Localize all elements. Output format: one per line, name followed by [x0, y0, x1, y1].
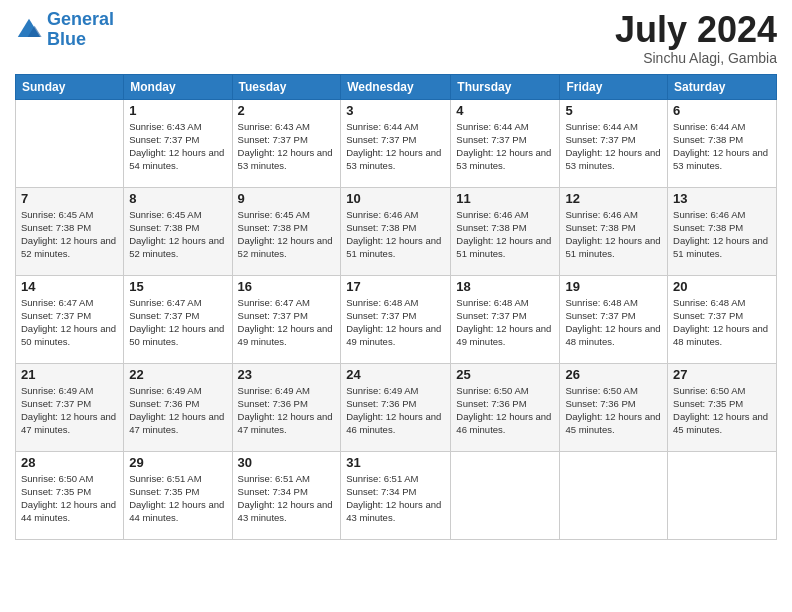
day-info: Sunrise: 6:48 AMSunset: 7:37 PMDaylight:… [673, 296, 771, 349]
day-number: 5 [565, 103, 662, 118]
day-cell: 8Sunrise: 6:45 AMSunset: 7:38 PMDaylight… [124, 187, 232, 275]
header: General Blue July 2024 Sinchu Alagi, Gam… [15, 10, 777, 66]
day-cell: 15Sunrise: 6:47 AMSunset: 7:37 PMDayligh… [124, 275, 232, 363]
day-header-thursday: Thursday [451, 74, 560, 99]
day-number: 23 [238, 367, 336, 382]
day-header-wednesday: Wednesday [341, 74, 451, 99]
day-cell: 5Sunrise: 6:44 AMSunset: 7:37 PMDaylight… [560, 99, 668, 187]
logo: General Blue [15, 10, 114, 50]
day-info: Sunrise: 6:47 AMSunset: 7:37 PMDaylight:… [129, 296, 226, 349]
day-cell: 23Sunrise: 6:49 AMSunset: 7:36 PMDayligh… [232, 363, 341, 451]
month-year: July 2024 [615, 10, 777, 50]
page: General Blue July 2024 Sinchu Alagi, Gam… [0, 0, 792, 612]
week-row-3: 14Sunrise: 6:47 AMSunset: 7:37 PMDayligh… [16, 275, 777, 363]
day-info: Sunrise: 6:47 AMSunset: 7:37 PMDaylight:… [21, 296, 118, 349]
day-info: Sunrise: 6:50 AMSunset: 7:36 PMDaylight:… [456, 384, 554, 437]
day-number: 13 [673, 191, 771, 206]
day-number: 6 [673, 103, 771, 118]
day-info: Sunrise: 6:45 AMSunset: 7:38 PMDaylight:… [21, 208, 118, 261]
week-row-1: 1Sunrise: 6:43 AMSunset: 7:37 PMDaylight… [16, 99, 777, 187]
day-number: 27 [673, 367, 771, 382]
day-number: 31 [346, 455, 445, 470]
day-cell: 28Sunrise: 6:50 AMSunset: 7:35 PMDayligh… [16, 451, 124, 539]
day-number: 19 [565, 279, 662, 294]
location: Sinchu Alagi, Gambia [615, 50, 777, 66]
day-cell: 29Sunrise: 6:51 AMSunset: 7:35 PMDayligh… [124, 451, 232, 539]
day-cell [451, 451, 560, 539]
day-info: Sunrise: 6:44 AMSunset: 7:37 PMDaylight:… [565, 120, 662, 173]
day-cell: 10Sunrise: 6:46 AMSunset: 7:38 PMDayligh… [341, 187, 451, 275]
day-number: 15 [129, 279, 226, 294]
day-cell: 20Sunrise: 6:48 AMSunset: 7:37 PMDayligh… [668, 275, 777, 363]
week-row-2: 7Sunrise: 6:45 AMSunset: 7:38 PMDaylight… [16, 187, 777, 275]
day-cell: 18Sunrise: 6:48 AMSunset: 7:37 PMDayligh… [451, 275, 560, 363]
day-info: Sunrise: 6:46 AMSunset: 7:38 PMDaylight:… [673, 208, 771, 261]
day-cell: 30Sunrise: 6:51 AMSunset: 7:34 PMDayligh… [232, 451, 341, 539]
day-number: 26 [565, 367, 662, 382]
day-info: Sunrise: 6:47 AMSunset: 7:37 PMDaylight:… [238, 296, 336, 349]
week-row-5: 28Sunrise: 6:50 AMSunset: 7:35 PMDayligh… [16, 451, 777, 539]
day-cell: 25Sunrise: 6:50 AMSunset: 7:36 PMDayligh… [451, 363, 560, 451]
day-cell: 26Sunrise: 6:50 AMSunset: 7:36 PMDayligh… [560, 363, 668, 451]
day-info: Sunrise: 6:50 AMSunset: 7:35 PMDaylight:… [21, 472, 118, 525]
day-number: 4 [456, 103, 554, 118]
day-info: Sunrise: 6:44 AMSunset: 7:37 PMDaylight:… [346, 120, 445, 173]
day-number: 7 [21, 191, 118, 206]
week-row-4: 21Sunrise: 6:49 AMSunset: 7:37 PMDayligh… [16, 363, 777, 451]
day-info: Sunrise: 6:51 AMSunset: 7:34 PMDaylight:… [238, 472, 336, 525]
day-info: Sunrise: 6:46 AMSunset: 7:38 PMDaylight:… [456, 208, 554, 261]
day-info: Sunrise: 6:46 AMSunset: 7:38 PMDaylight:… [346, 208, 445, 261]
day-info: Sunrise: 6:48 AMSunset: 7:37 PMDaylight:… [456, 296, 554, 349]
day-number: 22 [129, 367, 226, 382]
day-info: Sunrise: 6:45 AMSunset: 7:38 PMDaylight:… [129, 208, 226, 261]
day-cell: 27Sunrise: 6:50 AMSunset: 7:35 PMDayligh… [668, 363, 777, 451]
day-info: Sunrise: 6:51 AMSunset: 7:35 PMDaylight:… [129, 472, 226, 525]
day-number: 14 [21, 279, 118, 294]
day-cell: 13Sunrise: 6:46 AMSunset: 7:38 PMDayligh… [668, 187, 777, 275]
day-cell: 11Sunrise: 6:46 AMSunset: 7:38 PMDayligh… [451, 187, 560, 275]
day-header-saturday: Saturday [668, 74, 777, 99]
day-cell: 31Sunrise: 6:51 AMSunset: 7:34 PMDayligh… [341, 451, 451, 539]
day-number: 11 [456, 191, 554, 206]
day-cell: 16Sunrise: 6:47 AMSunset: 7:37 PMDayligh… [232, 275, 341, 363]
day-number: 16 [238, 279, 336, 294]
day-number: 30 [238, 455, 336, 470]
day-number: 2 [238, 103, 336, 118]
day-number: 24 [346, 367, 445, 382]
day-cell: 9Sunrise: 6:45 AMSunset: 7:38 PMDaylight… [232, 187, 341, 275]
day-number: 20 [673, 279, 771, 294]
day-number: 29 [129, 455, 226, 470]
day-number: 10 [346, 191, 445, 206]
day-cell: 14Sunrise: 6:47 AMSunset: 7:37 PMDayligh… [16, 275, 124, 363]
day-info: Sunrise: 6:46 AMSunset: 7:38 PMDaylight:… [565, 208, 662, 261]
day-cell: 4Sunrise: 6:44 AMSunset: 7:37 PMDaylight… [451, 99, 560, 187]
day-cell: 22Sunrise: 6:49 AMSunset: 7:36 PMDayligh… [124, 363, 232, 451]
day-number: 9 [238, 191, 336, 206]
day-header-monday: Monday [124, 74, 232, 99]
day-number: 17 [346, 279, 445, 294]
day-number: 28 [21, 455, 118, 470]
day-info: Sunrise: 6:49 AMSunset: 7:36 PMDaylight:… [346, 384, 445, 437]
day-cell: 1Sunrise: 6:43 AMSunset: 7:37 PMDaylight… [124, 99, 232, 187]
day-info: Sunrise: 6:49 AMSunset: 7:37 PMDaylight:… [21, 384, 118, 437]
day-number: 25 [456, 367, 554, 382]
day-cell: 24Sunrise: 6:49 AMSunset: 7:36 PMDayligh… [341, 363, 451, 451]
day-cell: 2Sunrise: 6:43 AMSunset: 7:37 PMDaylight… [232, 99, 341, 187]
day-cell: 17Sunrise: 6:48 AMSunset: 7:37 PMDayligh… [341, 275, 451, 363]
day-cell [668, 451, 777, 539]
logo-name: General Blue [47, 10, 114, 50]
day-info: Sunrise: 6:43 AMSunset: 7:37 PMDaylight:… [238, 120, 336, 173]
calendar-header-row: SundayMondayTuesdayWednesdayThursdayFrid… [16, 74, 777, 99]
title-block: July 2024 Sinchu Alagi, Gambia [615, 10, 777, 66]
day-number: 8 [129, 191, 226, 206]
day-number: 1 [129, 103, 226, 118]
day-info: Sunrise: 6:45 AMSunset: 7:38 PMDaylight:… [238, 208, 336, 261]
day-info: Sunrise: 6:48 AMSunset: 7:37 PMDaylight:… [346, 296, 445, 349]
day-header-tuesday: Tuesday [232, 74, 341, 99]
day-header-friday: Friday [560, 74, 668, 99]
day-info: Sunrise: 6:50 AMSunset: 7:36 PMDaylight:… [565, 384, 662, 437]
day-info: Sunrise: 6:49 AMSunset: 7:36 PMDaylight:… [238, 384, 336, 437]
day-info: Sunrise: 6:49 AMSunset: 7:36 PMDaylight:… [129, 384, 226, 437]
day-cell: 12Sunrise: 6:46 AMSunset: 7:38 PMDayligh… [560, 187, 668, 275]
day-header-sunday: Sunday [16, 74, 124, 99]
